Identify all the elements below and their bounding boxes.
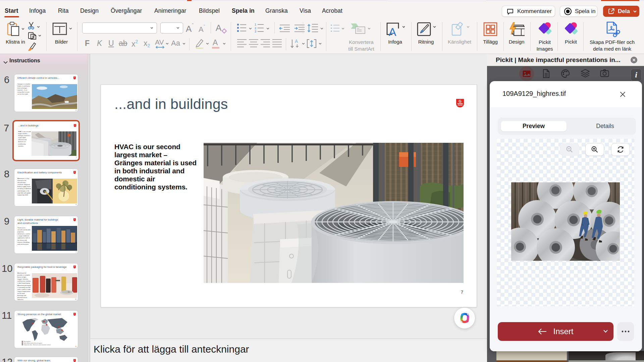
svg-text:G: G xyxy=(74,77,75,78)
svg-text:A: A xyxy=(389,25,396,37)
svg-text:G: G xyxy=(74,313,75,315)
svg-text:G: G xyxy=(74,359,75,361)
svg-text:2: 2 xyxy=(255,26,256,30)
svg-text:G: G xyxy=(74,266,75,267)
svg-text:G: G xyxy=(74,124,75,126)
svg-text:3: 3 xyxy=(255,30,256,33)
svg-text:Sales offices and technical su: Sales offices and technical support xyxy=(23,343,42,344)
svg-text:A: A xyxy=(295,39,298,44)
svg-text:Production sites · Research an: Production sites · Research and innovati… xyxy=(23,344,51,346)
svg-text:G: G xyxy=(459,99,462,103)
svg-text:New markets: New markets xyxy=(23,341,31,342)
svg-text:G: G xyxy=(74,219,75,220)
svg-text:G: G xyxy=(74,171,75,173)
svg-text:1: 1 xyxy=(255,23,256,26)
